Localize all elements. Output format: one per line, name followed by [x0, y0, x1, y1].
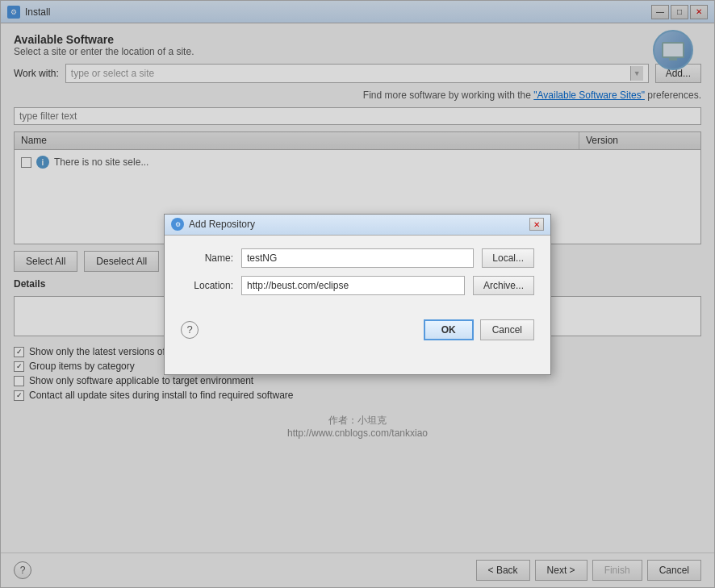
dialog-content: Name: Local... Location: Archive... — [165, 236, 550, 313]
dialog-close-button[interactable]: ✕ — [529, 218, 544, 231]
name-field-row: Name: Local... — [181, 248, 534, 268]
local-button[interactable]: Local... — [482, 248, 534, 268]
dialog-title: Add Repository — [189, 219, 255, 230]
dialog-title-bar: ⚙ Add Repository ✕ — [165, 215, 550, 236]
name-label: Name: — [181, 252, 233, 264]
dialog-icon: ⚙ — [171, 218, 184, 231]
add-repository-dialog: ⚙ Add Repository ✕ Name: Local... Locati… — [164, 214, 551, 375]
dialog-footer: ? OK Cancel — [165, 313, 550, 352]
dialog-help-icon[interactable]: ? — [181, 321, 199, 339]
dialog-title-left: ⚙ Add Repository — [171, 218, 255, 231]
dialog-cancel-button[interactable]: Cancel — [480, 319, 534, 340]
archive-button[interactable]: Archive... — [473, 276, 534, 295]
name-input[interactable] — [241, 248, 474, 268]
location-label: Location: — [181, 280, 233, 291]
location-field-row: Location: Archive... — [181, 276, 534, 295]
modal-overlay: ⚙ Add Repository ✕ Name: Local... Locati… — [1, 1, 714, 587]
location-input[interactable] — [241, 276, 465, 295]
dialog-action-buttons: OK Cancel — [424, 319, 534, 340]
main-window: ⚙ Install — □ ✕ Available Software Selec… — [0, 0, 715, 588]
ok-button[interactable]: OK — [424, 319, 474, 340]
